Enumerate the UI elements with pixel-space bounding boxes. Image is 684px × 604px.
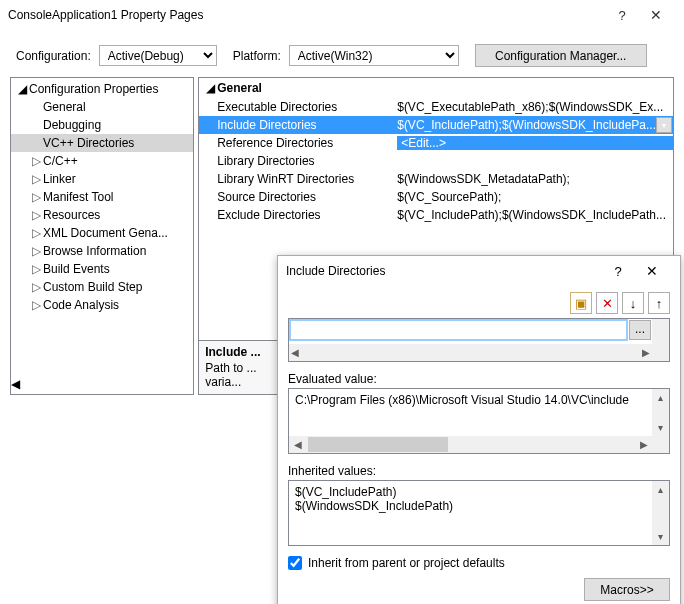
property-row[interactable]: Source Directories$(VC_SourcePath); — [199, 188, 673, 206]
inherit-label: Inherit from parent or project defaults — [308, 556, 505, 570]
property-row[interactable]: Library Directories — [199, 152, 673, 170]
property-value[interactable]: $(VC_SourcePath); — [397, 190, 673, 204]
config-row: Configuration: Active(Debug) Platform: A… — [0, 30, 684, 77]
help-icon[interactable]: ? — [608, 8, 636, 23]
property-value[interactable]: $(VC_IncludePath);$(WindowsSDK_IncludePa… — [397, 118, 656, 132]
config-label: Configuration: — [16, 49, 91, 63]
evaluated-label: Evaluated value: — [288, 372, 670, 386]
tree-hscrollbar[interactable]: ◀ ▶ — [11, 377, 193, 394]
tree-root[interactable]: ◢Configuration Properties — [11, 80, 193, 98]
property-value[interactable]: $(WindowsSDK_MetadataPath); — [397, 172, 673, 186]
property-name: Reference Directories — [217, 136, 397, 150]
scroll-left-icon[interactable]: ◀ — [11, 377, 20, 391]
tree-item[interactable]: ▷Build Events — [11, 260, 193, 278]
tree-item[interactable]: ▷Code Analysis — [11, 296, 193, 314]
dialog-close-icon[interactable]: ✕ — [632, 263, 672, 279]
property-name: Library Directories — [217, 154, 397, 168]
include-dirs-dialog: Include Directories ? ✕ ▣ ✕ ↓ ↑ ... ◀▶ E… — [277, 255, 681, 604]
property-name: Library WinRT Directories — [217, 172, 397, 186]
platform-label: Platform: — [233, 49, 281, 63]
inherit-checkbox[interactable] — [288, 556, 302, 570]
property-name: Include Directories — [217, 118, 397, 132]
evaluated-value: C:\Program Files (x86)\Microsoft Visual … — [295, 393, 663, 407]
grid-rows: Executable Directories$(VC_ExecutablePat… — [199, 98, 673, 224]
dialog-help-icon[interactable]: ? — [604, 264, 632, 279]
property-value[interactable]: $(VC_ExecutablePath_x86);$(WindowsSDK_Ex… — [397, 100, 673, 114]
scroll-right-icon[interactable]: ▶ — [11, 391, 20, 394]
evaluated-box: C:\Program Files (x86)\Microsoft Visual … — [288, 388, 670, 454]
inherited-value-0: $(VC_IncludePath) — [295, 485, 663, 499]
inherited-label: Inherited values: — [288, 464, 670, 478]
dropdown-icon[interactable]: ▾ — [656, 117, 672, 133]
inh-vscroll[interactable]: ▴▾ — [652, 481, 669, 545]
window-titlebar: ConsoleApplication1 Property Pages ? ✕ — [0, 0, 684, 30]
tree-item[interactable]: ▷Manifest Tool — [11, 188, 193, 206]
inherited-box: $(VC_IncludePath) $(WindowsSDK_IncludePa… — [288, 480, 670, 546]
tree-item[interactable]: General — [11, 98, 193, 116]
inherit-checkbox-row[interactable]: Inherit from parent or project defaults — [288, 556, 670, 570]
dialog-titlebar: Include Directories ? ✕ — [278, 256, 680, 286]
property-name: Executable Directories — [217, 100, 397, 114]
collapse-icon[interactable]: ◢ — [203, 81, 217, 95]
grid-header-text: General — [217, 81, 262, 95]
tree-item[interactable]: ▷XML Document Gena... — [11, 224, 193, 242]
tree-item[interactable]: VC++ Directories — [11, 134, 193, 152]
eval-hscroll[interactable]: ◀▶ — [289, 436, 652, 453]
tree-item[interactable]: ▷C/C++ — [11, 152, 193, 170]
property-row[interactable]: Reference Directories<Edit...> — [199, 134, 673, 152]
tree-item[interactable]: ▷Custom Build Step — [11, 278, 193, 296]
edit-vscroll[interactable] — [652, 319, 669, 361]
macros-button[interactable]: Macros>> — [584, 578, 670, 601]
platform-select[interactable]: Active(Win32) — [289, 45, 459, 66]
eval-vscroll[interactable]: ▴▾ — [652, 389, 669, 453]
icon-toolbar: ▣ ✕ ↓ ↑ — [288, 292, 670, 314]
tree-item[interactable]: Debugging — [11, 116, 193, 134]
property-row[interactable]: Exclude Directories$(VC_IncludePath);$(W… — [199, 206, 673, 224]
tree[interactable]: ◢Configuration PropertiesGeneralDebuggin… — [11, 78, 193, 377]
config-manager-button[interactable]: Configuration Manager... — [475, 44, 647, 67]
property-row[interactable]: Include Directories$(VC_IncludePath);$(W… — [199, 116, 673, 134]
move-down-icon[interactable]: ↓ — [622, 292, 644, 314]
tree-item[interactable]: ▷Browse Information — [11, 242, 193, 260]
browse-button[interactable]: ... — [629, 320, 651, 340]
property-row[interactable]: Executable Directories$(VC_ExecutablePat… — [199, 98, 673, 116]
new-folder-icon[interactable]: ▣ — [570, 292, 592, 314]
path-input[interactable] — [290, 320, 627, 340]
dialog-title: Include Directories — [286, 264, 604, 278]
delete-icon[interactable]: ✕ — [596, 292, 618, 314]
window-title: ConsoleApplication1 Property Pages — [8, 8, 608, 22]
move-up-icon[interactable]: ↑ — [648, 292, 670, 314]
property-row[interactable]: Library WinRT Directories$(WindowsSDK_Me… — [199, 170, 673, 188]
close-icon[interactable]: ✕ — [636, 7, 676, 23]
property-name: Exclude Directories — [217, 208, 397, 222]
inherited-value-1: $(WindowsSDK_IncludePath) — [295, 499, 663, 513]
tree-item[interactable]: ▷Resources — [11, 206, 193, 224]
edit-area: ... ◀▶ — [288, 318, 670, 362]
property-value[interactable]: <Edit...> — [397, 136, 673, 150]
property-value[interactable]: $(VC_IncludePath);$(WindowsSDK_IncludePa… — [397, 208, 673, 222]
property-name: Source Directories — [217, 190, 397, 204]
configuration-select[interactable]: Active(Debug) — [99, 45, 217, 66]
edit-hscroll[interactable]: ◀▶ — [289, 344, 652, 361]
grid-header[interactable]: ◢ General — [199, 78, 673, 98]
tree-panel: ◢Configuration PropertiesGeneralDebuggin… — [10, 77, 194, 395]
tree-item[interactable]: ▷Linker — [11, 170, 193, 188]
